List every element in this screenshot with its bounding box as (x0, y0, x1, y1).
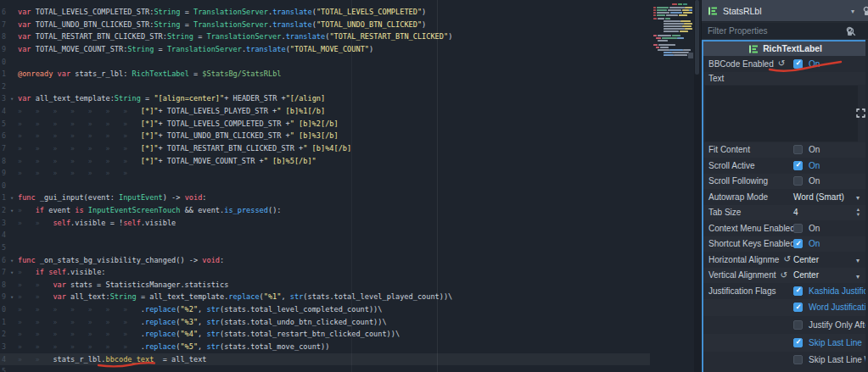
chevron-down-icon[interactable]: ▾ (851, 8, 854, 15)
tab-indent-mark: » (53, 130, 70, 143)
code-line[interactable]: 2»»»»»»».replace("%4", str(stats.total_r… (0, 328, 701, 341)
node-selector[interactable]: StatsRLbl ▾ (702, 0, 868, 22)
code-line[interactable]: 7var TOTAL_UNDO_BTN_CLICKED_STR:String =… (0, 19, 701, 31)
fold-arrow-icon[interactable]: ▾ (6, 205, 18, 218)
minimap-block (678, 3, 682, 5)
expand-text-editor-icon[interactable] (856, 108, 865, 118)
fold-arrow-icon[interactable]: ▾ (6, 267, 18, 280)
code-line[interactable]: 8»»var stats = StatisticsManager.statist… (0, 279, 701, 291)
tab-indent-mark: » (88, 304, 106, 317)
category-richtextlabel[interactable]: RichTextLabel (703, 42, 867, 56)
code-line[interactable]: 1»»»»»»».replace("%3", str(stats.total_u… (0, 316, 701, 329)
tab-indent-mark: » (36, 130, 53, 143)
code-line[interactable]: 0 (0, 180, 701, 192)
revert-icon[interactable]: ↺ (778, 59, 785, 68)
code-line[interactable]: 3»»»»»»».replace("%5", str(stats.total_m… (0, 341, 701, 353)
filter-tools-icon-partial[interactable] (846, 26, 856, 36)
checkbox-state-label: On (809, 59, 820, 69)
code-token: = (154, 45, 167, 53)
property-row-tab-size: Tab Size 4 ▴▾ (703, 205, 867, 221)
code-token: : (202, 193, 206, 202)
code-line[interactable]: 5 (0, 242, 701, 254)
spinner-up-down-icon[interactable]: ▴▾ (857, 207, 860, 218)
text-multiline-input[interactable] (705, 86, 858, 142)
inspector-tools-icon-partial[interactable] (863, 6, 868, 16)
context-menu-checkbox[interactable] (793, 224, 803, 233)
code-line[interactable]: 0 (0, 56, 701, 69)
tab-indent-mark: » (105, 304, 123, 317)
code-minimap[interactable] (652, 3, 694, 61)
code-line[interactable]: 5 (0, 365, 701, 372)
flag-justify-only-checkbox[interactable] (793, 320, 803, 330)
code-line[interactable]: 6▾func _on_stats_bg_visibility_changed()… (0, 254, 701, 267)
scroll-active-checkbox[interactable] (793, 161, 803, 170)
tab-indent-mark: » (105, 156, 123, 169)
filter-properties-input[interactable]: Filter Properties (702, 23, 868, 40)
code-line[interactable]: 0»»»»»»».replace("%2", str(stats.total_l… (0, 303, 701, 316)
shortcut-keys-checkbox[interactable] (793, 239, 803, 248)
flag-kashida-checkbox[interactable] (793, 286, 803, 296)
minimap-block (656, 47, 659, 48)
bbcode-enabled-checkbox[interactable] (793, 59, 803, 69)
tab-indent-mark: » (88, 119, 106, 131)
code-line[interactable]: 3»»self.visible = !self.visible (0, 217, 701, 230)
revert-icon[interactable]: ↺ (781, 271, 787, 280)
flag-skip-last-line-with-checkbox[interactable] (793, 355, 803, 364)
horizontal-alignment-dropdown[interactable]: Center (793, 255, 819, 264)
code-line[interactable]: 8»»»»»»»[*]"+ TOTAL_MOVE_COUNT_STR +" [b… (0, 155, 701, 168)
code-line[interactable]: 6»»»»»»»[*]"+ TOTAL_UNDO_BTN_CLICKED_STR… (0, 130, 701, 142)
code-line[interactable]: 1▾func _gui_input(event: InputEvent) -> … (0, 192, 701, 204)
script-editor[interactable]: 6var TOTAL_LEVELS_COMPLETED_STR:String =… (0, 0, 701, 372)
tab-indent-mark: » (36, 291, 53, 304)
code-line[interactable]: 6var TOTAL_LEVELS_COMPLETED_STR:String =… (0, 6, 701, 19)
chevron-down-icon[interactable]: ▾ (856, 257, 860, 264)
code-line[interactable]: 5»»»»»»»[*]"+ TOTAL_LEVELS_COMPLETED_STR… (0, 118, 701, 130)
property-label: Shortcut Keys Enabled (703, 239, 795, 248)
inspector-panel: StatsRLbl ▾ Filter Properties (701, 0, 868, 372)
tab-indent-mark: » (88, 106, 106, 119)
code-token: "[align=center]" (154, 94, 224, 103)
fit-content-checkbox[interactable] (793, 145, 803, 154)
code-token: str (206, 342, 220, 351)
vertical-alignment-dropdown[interactable]: Center (793, 270, 819, 280)
line-number: 2 (0, 81, 6, 93)
chevron-down-icon[interactable]: ▾ (856, 194, 860, 202)
code-token: TOTAL_RESTART_BTN_CLICKED_STR: (31, 32, 167, 41)
autowrap-mode-dropdown[interactable]: Word (Smart) (793, 192, 844, 202)
checkbox-state-label: On (809, 239, 820, 248)
fold-arrow-icon[interactable]: ▾ (6, 93, 18, 106)
fold-arrow-icon[interactable]: ▾ (6, 291, 18, 304)
editor-scrollbar[interactable] (694, 0, 700, 372)
code-line[interactable]: 2▾»if event is InputEventScreenTouch && … (0, 204, 701, 217)
code-line[interactable]: 4»»stats_r_lbl.bbcode_text = all_text (0, 353, 650, 366)
code-line[interactable]: 9▾»»var all_text:String = all_text_templ… (0, 291, 701, 303)
chevron-down-icon[interactable]: ▾ (856, 273, 860, 280)
editor-scrollbar-grabber[interactable] (695, 0, 699, 75)
fold-arrow-icon[interactable]: ▾ (6, 255, 18, 268)
code-line[interactable]: 7▾»if self.visible: (0, 266, 701, 279)
revert-icon[interactable]: ↺ (783, 255, 790, 264)
code-line[interactable]: 2 (0, 81, 701, 93)
code-area[interactable]: 6var TOTAL_LEVELS_COMPLETED_STR:String =… (0, 6, 701, 372)
code-line[interactable]: 3▾var all_text_template:String = "[align… (0, 92, 701, 105)
flag-skip-last-line-checkbox[interactable] (793, 338, 803, 347)
tab-indent-mark: » (88, 156, 106, 169)
code-token: "[/align] (286, 94, 326, 103)
flag-word-justification-checkbox[interactable] (793, 303, 803, 312)
line-number: 0 (0, 180, 6, 192)
fold-arrow-icon[interactable]: ▾ (6, 192, 18, 205)
code-token: void (185, 193, 203, 202)
tab-indent-mark: » (18, 341, 36, 354)
code-line[interactable]: 4»»»»»»»[*]"+ TOTAL_LEVELS_PLAYED_STR +"… (0, 105, 701, 118)
code-line[interactable]: 9»»»»»»» (0, 167, 701, 180)
tab-size-value[interactable]: 4 (793, 208, 798, 217)
code-line[interactable]: 7»»»»»»»[*]"+ TOTAL_RESTART_BTN_CLICKED_… (0, 142, 701, 155)
code-line[interactable]: 9var TOTAL_MOVE_COUNT_STR:String = Trans… (0, 43, 701, 56)
scroll-following-checkbox[interactable] (793, 176, 803, 186)
code-token: " [b]%1[/b] (277, 107, 325, 115)
code-line[interactable]: 8var TOTAL_RESTART_BTN_CLICKED_STR:Strin… (0, 31, 701, 43)
line-number: 9 (0, 291, 6, 303)
code-line[interactable]: 1@onready var stats_r_lbl: RichTextLabel… (0, 68, 701, 81)
code-line[interactable]: 4 (0, 229, 701, 242)
property-label: Tab Size (703, 208, 741, 217)
